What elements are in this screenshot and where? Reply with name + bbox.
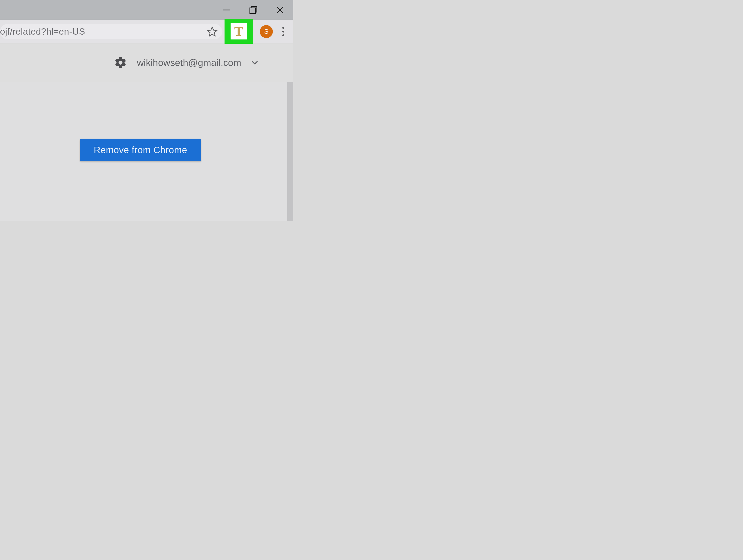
maximize-icon <box>249 6 258 14</box>
content-area: Remove from Chrome <box>0 82 293 221</box>
dot-icon <box>282 31 284 33</box>
address-bar[interactable]: ojf/related?hl=en-US <box>0 24 222 39</box>
extension-button[interactable]: T <box>230 23 247 39</box>
close-button[interactable] <box>267 0 293 20</box>
dot-icon <box>282 27 284 29</box>
minimize-icon <box>222 6 231 14</box>
gear-icon[interactable] <box>114 56 127 70</box>
profile-initial: S <box>264 28 269 35</box>
chevron-down-icon[interactable] <box>251 59 258 67</box>
scrollbar[interactable] <box>287 82 293 221</box>
bookmark-star-icon[interactable] <box>207 26 218 37</box>
browser-toolbar: ojf/related?hl=en-US T S <box>0 20 293 43</box>
profile-avatar[interactable]: S <box>260 25 273 38</box>
window-title-bar <box>0 0 293 20</box>
extension-button-highlight: T <box>224 19 253 44</box>
extension-letter-icon: T <box>234 24 243 39</box>
dot-icon <box>282 34 284 36</box>
browser-menu-button[interactable] <box>277 27 289 36</box>
svg-rect-2 <box>250 8 255 13</box>
maximize-button[interactable] <box>240 0 267 20</box>
minimize-button[interactable] <box>213 0 240 20</box>
store-header: wikihowseth@gmail.com <box>0 43 293 82</box>
address-url-text: ojf/related?hl=en-US <box>0 27 205 37</box>
close-icon <box>276 6 285 14</box>
remove-from-chrome-button[interactable]: Remove from Chrome <box>80 139 201 161</box>
account-email[interactable]: wikihowseth@gmail.com <box>137 57 241 68</box>
